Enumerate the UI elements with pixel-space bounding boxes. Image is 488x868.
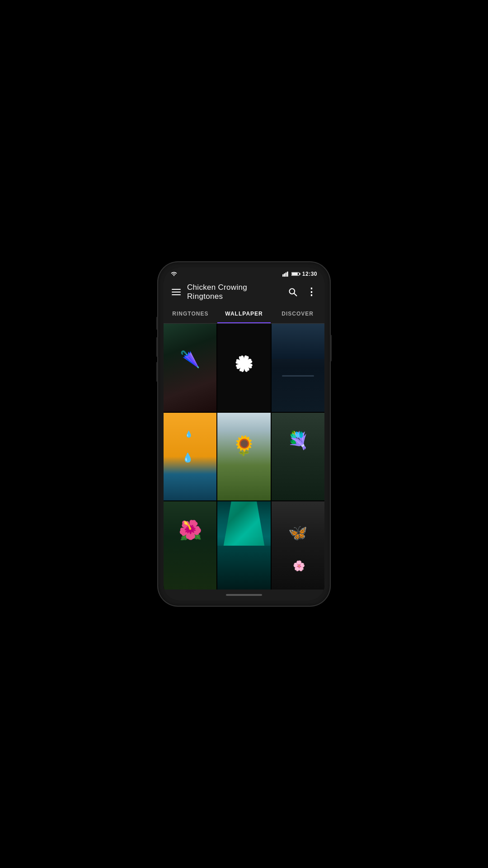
home-indicator bbox=[226, 594, 262, 596]
app-bar: Chicken Crowing Ringtones ⋮ bbox=[164, 280, 324, 304]
app-title: Chicken Crowing Ringtones bbox=[187, 283, 282, 301]
tab-wallpaper[interactable]: WALLPAPER bbox=[217, 304, 271, 323]
grid-item-butterfly[interactable] bbox=[272, 501, 324, 590]
phone-screen: 12:30 Chicken Crowing Ringtones ⋮ bbox=[164, 268, 324, 600]
volume-up-button bbox=[156, 337, 158, 357]
wallpaper-image bbox=[272, 501, 324, 590]
wallpaper-image bbox=[217, 413, 270, 501]
status-bar: 12:30 bbox=[164, 268, 324, 280]
svg-rect-9 bbox=[172, 294, 181, 295]
wallpaper-image bbox=[164, 413, 216, 501]
battery-icon bbox=[291, 271, 300, 277]
status-right: 12:30 bbox=[282, 271, 317, 277]
wifi-icon bbox=[171, 271, 177, 277]
search-icon[interactable] bbox=[286, 285, 300, 299]
grid-item-dark-winter[interactable] bbox=[272, 324, 324, 412]
svg-rect-2 bbox=[285, 273, 286, 277]
wallpaper-grid bbox=[164, 324, 324, 590]
menu-icon[interactable] bbox=[169, 286, 183, 298]
wallpaper-image bbox=[217, 501, 270, 590]
svg-rect-8 bbox=[172, 292, 181, 292]
svg-rect-0 bbox=[282, 274, 284, 277]
tabs-container: RINGTONES WALLPAPER DISCOVER bbox=[164, 304, 324, 324]
svg-rect-7 bbox=[172, 289, 181, 290]
tab-discover[interactable]: DISCOVER bbox=[271, 304, 324, 323]
silent-button bbox=[156, 316, 158, 330]
volume-down-button bbox=[156, 362, 158, 382]
grid-item-aurora[interactable] bbox=[217, 501, 270, 590]
svg-rect-3 bbox=[287, 272, 288, 277]
power-button bbox=[330, 335, 332, 362]
svg-rect-6 bbox=[299, 273, 300, 275]
grid-item-blue-buds[interactable] bbox=[272, 413, 324, 501]
wallpaper-image bbox=[164, 501, 216, 590]
grid-item-red-umbrella[interactable] bbox=[164, 324, 216, 412]
tab-ringtones[interactable]: RINGTONES bbox=[164, 304, 217, 323]
wallpaper-image bbox=[164, 324, 216, 412]
wallpaper-image bbox=[217, 324, 270, 412]
status-left bbox=[171, 271, 177, 277]
grid-item-sunflower[interactable] bbox=[217, 413, 270, 501]
signal-icon bbox=[282, 271, 290, 277]
svg-line-11 bbox=[294, 293, 296, 296]
grid-item-white-flower[interactable] bbox=[217, 324, 270, 412]
svg-rect-1 bbox=[284, 274, 285, 277]
svg-rect-5 bbox=[292, 273, 298, 275]
phone-frame: 12:30 Chicken Crowing Ringtones ⋮ bbox=[158, 262, 330, 606]
grid-item-water-drop[interactable] bbox=[164, 413, 216, 501]
status-time: 12:30 bbox=[302, 271, 317, 277]
grid-item-pink-lily[interactable] bbox=[164, 501, 216, 590]
wallpaper-image bbox=[272, 324, 324, 412]
more-options-icon[interactable]: ⋮ bbox=[304, 284, 319, 300]
bottom-bar bbox=[164, 590, 324, 600]
wallpaper-image bbox=[272, 413, 324, 501]
